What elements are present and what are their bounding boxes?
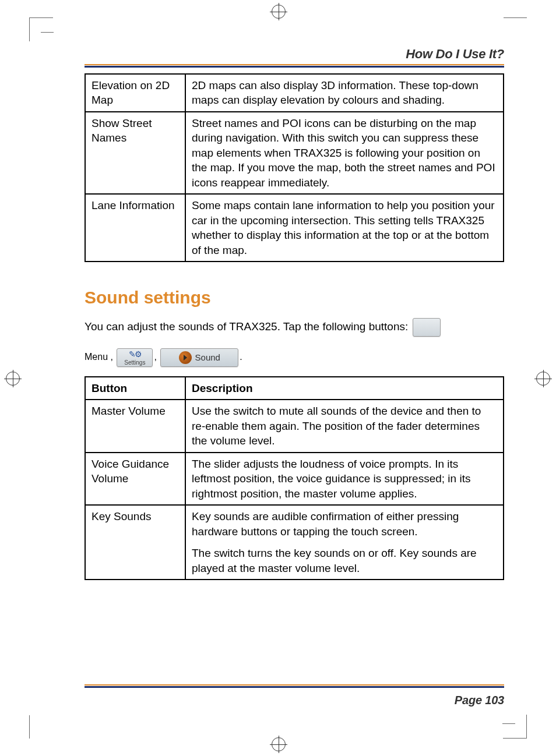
crop-mark — [503, 715, 527, 739]
page-header-title: How Do I Use It? — [85, 47, 504, 62]
crop-mark — [29, 715, 53, 739]
speaker-icon — [179, 351, 192, 364]
registration-mark-icon — [272, 737, 286, 751]
header-rule-orange — [85, 64, 504, 65]
table-cell-description: 2D maps can also display 3D information.… — [185, 74, 504, 112]
sound-button-label: Sound — [195, 352, 220, 362]
description-paragraph: Use the switch to mute all sounds of the… — [192, 404, 497, 448]
table-header-description: Description — [185, 377, 504, 400]
table-cell-description: Street names and POI icons can be distur… — [185, 112, 504, 194]
table-cell-button: Voice Guidance Volume — [85, 453, 185, 505]
table-row: Elevation on 2D Map 2D maps can also dis… — [85, 74, 504, 112]
crop-mark — [41, 32, 54, 33]
table-row: Key Sounds Key sounds are audible confir… — [85, 505, 504, 580]
menu-button-label: Menu — [85, 352, 108, 362]
table-cell-button: Master Volume — [85, 400, 185, 452]
table-header-button: Button — [85, 377, 185, 400]
table-row: Show Street Names Street names and POI i… — [85, 112, 504, 194]
sound-button-icon: Sound — [160, 348, 238, 367]
crop-mark — [29, 17, 53, 41]
map-settings-table: Elevation on 2D Map 2D maps can also dis… — [85, 73, 504, 262]
description-paragraph: Key sounds are audible confirmation of e… — [192, 509, 497, 539]
table-cell-button: Show Street Names — [85, 112, 185, 194]
table-cell-description: Some maps contain lane information to he… — [185, 194, 504, 262]
table-cell-button: Elevation on 2D Map — [85, 74, 185, 112]
table-row: Master Volume Use the switch to mute all… — [85, 400, 504, 452]
crop-mark — [502, 723, 515, 724]
table-cell-button: Key Sounds — [85, 505, 185, 580]
header-rule-blue — [85, 66, 504, 68]
footer-rule-orange — [85, 684, 504, 686]
description-paragraph: The switch turns the key sounds on or of… — [192, 546, 497, 575]
settings-button-icon: ✎⚙ Settings — [117, 348, 153, 367]
menu-button-icon — [413, 318, 441, 337]
registration-mark-icon — [536, 372, 550, 386]
crop-mark — [504, 17, 527, 41]
intro-text: You can adjust the sounds of TRAX325. Ta… — [85, 320, 411, 333]
table-row: Voice Guidance Volume The slider adjusts… — [85, 453, 504, 505]
settings-button-label: Settings — [124, 359, 145, 366]
table-row: Lane Information Some maps contain lane … — [85, 194, 504, 262]
page-number: Page 103 — [85, 694, 504, 707]
intro-paragraph: You can adjust the sounds of TRAX325. Ta… — [85, 318, 504, 337]
registration-mark-icon — [272, 5, 286, 19]
section-heading-sound-settings: Sound settings — [85, 288, 504, 308]
table-cell-description: Use the switch to mute all sounds of the… — [185, 400, 504, 452]
table-header-row: Button Description — [85, 377, 504, 400]
table-cell-button: Lane Information — [85, 194, 185, 262]
registration-mark-icon — [6, 372, 20, 386]
footer-rule-blue — [85, 686, 504, 688]
table-cell-description: The slider adjusts the loudness of voice… — [185, 453, 504, 505]
table-cell-description: Key sounds are audible confirmation of e… — [185, 505, 504, 580]
sound-settings-table: Button Description Master Volume Use the… — [85, 376, 504, 580]
description-paragraph: The slider adjusts the loudness of voice… — [192, 457, 497, 501]
